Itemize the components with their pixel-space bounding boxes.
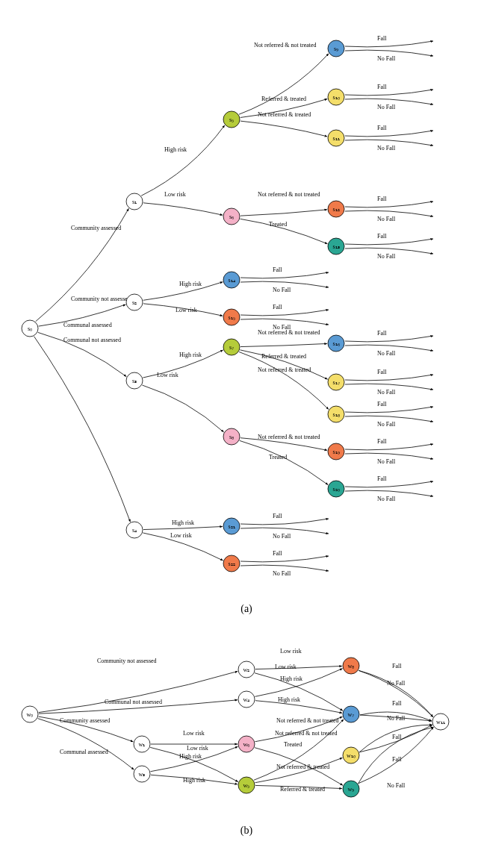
node-s4: s₄ <box>126 522 143 538</box>
edge-label: No Fall <box>387 782 406 789</box>
leaf-label: Fall <box>377 330 387 337</box>
diagram-b: Community not assessedCommunal not asses… <box>7 628 471 819</box>
leaf-label: No Fall <box>377 496 396 502</box>
node-s16: s₁₆ <box>328 335 344 352</box>
edge-s1-s6 <box>143 203 223 215</box>
node-s9: s₉ <box>328 40 344 57</box>
leaf-label: Fall <box>273 304 282 310</box>
svg-text:s₁₄: s₁₄ <box>228 277 235 284</box>
node-s19: s₁₉ <box>328 443 344 460</box>
node-s8: s₈ <box>223 428 240 445</box>
edge-label: Treated <box>284 741 302 748</box>
node-w3: w₃ <box>134 766 150 782</box>
svg-text:w₁₀: w₁₀ <box>347 752 356 759</box>
leaf-label: Fall <box>377 84 387 90</box>
leaf-edge-s21 <box>240 519 329 525</box>
node-s5: s₅ <box>223 111 240 128</box>
edge-s7-s16 <box>240 343 327 346</box>
svg-text:s₁₈: s₁₈ <box>332 411 339 418</box>
edge-label: Fall <box>392 734 402 740</box>
svg-text:w₆: w₆ <box>243 741 250 748</box>
leaf-edge-s18 <box>345 407 433 413</box>
leaf-edge-s9 <box>345 41 433 47</box>
leaf-label: Fall <box>377 35 387 42</box>
caption-b: (b) <box>7 825 478 837</box>
edge-s3-s8 <box>142 385 223 432</box>
leaf-label: Fall <box>377 233 387 240</box>
edge-label: Communal not assessed <box>63 337 121 343</box>
leaf-edge-s16 <box>345 336 433 342</box>
edge-w0-w2 <box>39 671 238 712</box>
node-s7: s₇ <box>223 339 240 355</box>
leaf-label: No Fall <box>377 145 396 152</box>
node-s14: s₁₄ <box>223 272 240 288</box>
edge-label: High risk <box>280 675 302 682</box>
svg-text:w₁₁: w₁₁ <box>436 719 445 725</box>
node-w2: w₂ <box>238 661 255 678</box>
leaf-label: No Fall <box>273 287 291 293</box>
leaf-label: No Fall <box>377 253 396 260</box>
leaf-label: No Fall <box>377 421 396 428</box>
node-s20: s₂₀ <box>328 481 344 497</box>
leaf-edge-s15 <box>240 310 329 316</box>
edge-label: High risk <box>183 777 205 784</box>
leaf-label: No Fall <box>273 570 291 577</box>
svg-text:s₁₉: s₁₉ <box>332 449 339 455</box>
leaf-edge-s20 <box>345 481 433 487</box>
leaf-label: Fall <box>273 550 282 557</box>
leaf-edge-s22 <box>240 556 329 562</box>
edge-label: Low risk <box>183 730 205 737</box>
svg-text:w₃: w₃ <box>139 771 146 778</box>
node-s11: s₁₁ <box>328 130 344 146</box>
edge-label: Not referred & not treated <box>258 434 320 440</box>
edge-s5-s11 <box>240 121 327 137</box>
leaf-label: No Fall <box>273 324 291 331</box>
edge-label: Referred & treated <box>280 786 325 793</box>
leaf-label: Fall <box>273 513 282 519</box>
leaf-label: Fall <box>377 125 387 131</box>
edge-label: High risk <box>278 696 300 703</box>
edge-label: Communal assessed <box>60 749 108 755</box>
edge-label: Communal assessed <box>63 322 112 328</box>
edge-label: Community not assessed <box>71 296 131 302</box>
edge-s7-s18 <box>239 352 329 409</box>
node-s15: s₁₅ <box>223 309 240 325</box>
edge-s4-s21 <box>143 526 223 529</box>
leaf-label: Fall <box>377 369 387 375</box>
node-w6: w₆ <box>238 736 255 752</box>
svg-text:w₅: w₅ <box>243 782 250 789</box>
leaf-label: Fall <box>377 401 387 408</box>
node-w9: w₉ <box>343 781 359 797</box>
edge-s1-s5 <box>141 125 225 196</box>
edge-w5-w10 <box>255 758 343 782</box>
node-s13: s₁₃ <box>328 238 344 255</box>
diagram-a: Community assessedCommunity not assessed… <box>7 7 471 597</box>
edge-label: Fall <box>392 663 402 669</box>
edge-label: Community assessed <box>60 717 110 724</box>
leaf-edge-s12 <box>345 202 433 207</box>
leaf-label: Fall <box>273 266 282 273</box>
leaf-edge-s13 <box>345 239 433 245</box>
svg-text:s₁₂: s₁₂ <box>332 206 339 213</box>
edge-label: High risk <box>179 753 202 760</box>
node-s10: s₁₀ <box>328 89 344 105</box>
leaf-edge-s17 <box>345 375 433 381</box>
svg-text:s₈: s₈ <box>229 434 234 440</box>
leaf-edge-s11 <box>345 131 433 137</box>
node-s21: s₂₁ <box>223 518 240 534</box>
leaf-edge-s10 <box>345 90 433 96</box>
edge-label: Low risk <box>187 745 208 752</box>
svg-text:w₉: w₉ <box>348 786 355 793</box>
edge-s5-s9 <box>239 54 329 115</box>
leaf-label: No Fall <box>377 104 396 110</box>
edge-w2-w8 <box>255 666 342 669</box>
node-w8: w₈ <box>343 658 359 674</box>
edge-label: High risk <box>179 352 202 358</box>
svg-text:w₄: w₄ <box>243 696 250 703</box>
leaf-label: Fall <box>377 475 387 482</box>
node-s2: s₂ <box>126 294 143 310</box>
edge-label: Community assessed <box>71 225 121 231</box>
edge-s6-s12 <box>240 210 327 216</box>
edge-label: High risk <box>172 519 194 526</box>
node-w1: w₁ <box>134 736 150 752</box>
